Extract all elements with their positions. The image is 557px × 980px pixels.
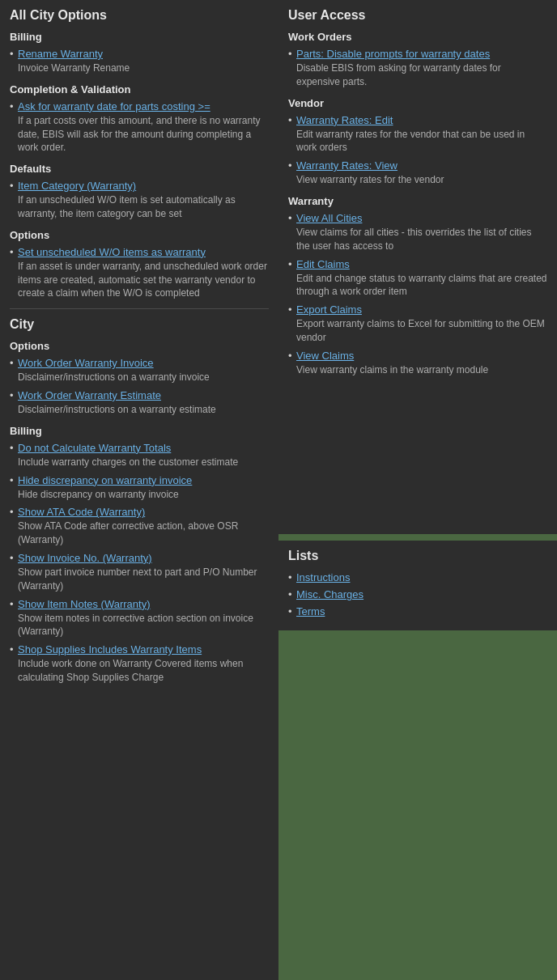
list-item: Show Invoice No. (Warranty) Show part in…	[10, 552, 269, 593]
left-panel-title: All City Options	[10, 8, 269, 23]
list-item: Shop Supplies Includes Warranty Items In…	[10, 643, 269, 685]
view-all-cities-link[interactable]: View All Cities	[296, 212, 547, 224]
list-item: Set unscheduled W/O items as warranty If…	[10, 246, 269, 300]
main-container: All City Options Billing Rename Warranty…	[0, 0, 557, 980]
warranty-date-desc: If a part costs over this amount, and th…	[18, 114, 269, 155]
set-unscheduled-link[interactable]: Set unscheduled W/O items as warranty	[18, 246, 269, 258]
list-item: Work Order Warranty Estimate Disclaimer/…	[10, 389, 269, 417]
defaults-header: Defaults	[10, 163, 269, 175]
warranty-rates-edit-desc: Edit warranty rates for the vendor that …	[296, 128, 547, 155]
instructions-link[interactable]: Instructions	[296, 571, 547, 583]
show-item-notes-desc: Show item notes in corrective action sec…	[18, 612, 269, 639]
rename-warranty-link[interactable]: Rename Warranty	[18, 48, 269, 60]
edit-claims-desc: Edit and change status to warranty claim…	[296, 272, 547, 299]
list-item: Item Category (Warranty) If an unschedul…	[10, 180, 269, 221]
list-item: Misc. Charges	[288, 588, 547, 600]
list-item: Rename Warranty Invoice Warranty Rename	[10, 48, 269, 75]
show-invoice-no-link[interactable]: Show Invoice No. (Warranty)	[18, 552, 269, 564]
item-category-link[interactable]: Item Category (Warranty)	[18, 180, 269, 192]
edit-claims-link[interactable]: Edit Claims	[296, 258, 547, 270]
hide-discrepancy-desc: Hide discrepancy on warranty invoice	[18, 488, 269, 502]
wo-warranty-invoice-link[interactable]: Work Order Warranty Invoice	[18, 357, 269, 369]
gap	[278, 534, 557, 541]
completion-header: Completion & Validation	[10, 83, 269, 95]
shop-supplies-link[interactable]: Shop Supplies Includes Warranty Items	[18, 643, 269, 655]
set-unscheduled-desc: If an asset is under warranty, and unsch…	[18, 260, 269, 300]
city-billing-header: Billing	[10, 425, 269, 437]
divider	[10, 308, 269, 309]
list-item: Export Claims Export warranty claims to …	[288, 303, 547, 345]
show-item-notes-link[interactable]: Show Item Notes (Warranty)	[18, 598, 269, 610]
view-claims-desc: View warranty claims in the warranty mod…	[296, 363, 547, 377]
right-panel: User Access Work Orders Parts: Disable p…	[278, 0, 557, 534]
list-item: Edit Claims Edit and change status to wa…	[288, 258, 547, 299]
view-claims-link[interactable]: View Claims	[296, 350, 547, 362]
misc-charges-link[interactable]: Misc. Charges	[296, 588, 547, 600]
list-item: Parts: Disable prompts for warranty date…	[288, 48, 547, 89]
left-panel: All City Options Billing Rename Warranty…	[0, 0, 278, 980]
view-all-cities-desc: View claims for all cities - this overri…	[296, 226, 547, 253]
lists-title: Lists	[288, 549, 547, 563]
vendor-header: Vendor	[288, 97, 547, 109]
rename-warranty-desc: Invoice Warranty Rename	[18, 62, 269, 75]
list-item: Warranty Rates: View View warranty rates…	[288, 159, 547, 187]
list-item: Terms	[288, 605, 547, 617]
parts-disable-desc: Disable EBIS from asking for warranty da…	[296, 62, 547, 89]
list-item: Warranty Rates: Edit Edit warranty rates…	[288, 114, 547, 155]
list-item: Ask for warranty date for parts costing …	[10, 100, 269, 155]
export-claims-desc: Export warranty claims to Excel for subm…	[296, 317, 547, 345]
wo-warranty-estimate-link[interactable]: Work Order Warranty Estimate	[18, 389, 269, 401]
show-invoice-no-desc: Show part invoice number next to part an…	[18, 566, 269, 593]
no-calc-warranty-desc: Include warranty charges on the customer…	[18, 456, 269, 469]
list-item: View Claims View warranty claims in the …	[288, 350, 547, 377]
parts-disable-link[interactable]: Parts: Disable prompts for warranty date…	[296, 48, 547, 60]
hide-discrepancy-link[interactable]: Hide discrepancy on warranty invoice	[18, 474, 269, 486]
export-claims-link[interactable]: Export Claims	[296, 303, 547, 316]
warranty-rates-edit-link[interactable]: Warranty Rates: Edit	[296, 114, 547, 126]
list-item: Do not Calculate Warranty Totals Include…	[10, 442, 269, 469]
city-options-header: Options	[10, 340, 269, 352]
warranty-date-link[interactable]: Ask for warranty date for parts costing …	[18, 100, 269, 112]
list-item: View All Cities View claims for all citi…	[288, 212, 547, 253]
show-ata-code-desc: Show ATA Code after corrective action, a…	[18, 520, 269, 547]
no-calc-warranty-link[interactable]: Do not Calculate Warranty Totals	[18, 442, 269, 454]
warranty-rates-view-desc: View warranty rates for the vendor	[296, 173, 547, 187]
terms-link[interactable]: Terms	[296, 605, 547, 617]
city-title: City	[10, 317, 269, 332]
list-item: Instructions	[288, 571, 547, 583]
right-side: User Access Work Orders Parts: Disable p…	[278, 0, 557, 630]
lists-section: Lists Instructions Misc. Charges Terms	[278, 541, 557, 630]
billing-header: Billing	[10, 31, 269, 43]
item-category-desc: If an unscheduled W/O item is set automa…	[18, 193, 269, 221]
list-item: Show Item Notes (Warranty) Show item not…	[10, 598, 269, 639]
warranty-rates-view-link[interactable]: Warranty Rates: View	[296, 159, 547, 172]
list-item: Work Order Warranty Invoice Disclaimer/i…	[10, 357, 269, 384]
options-header: Options	[10, 229, 269, 241]
list-item: Hide discrepancy on warranty invoice Hid…	[10, 474, 269, 502]
right-panel-title: User Access	[288, 8, 547, 23]
warranty-header: Warranty	[288, 195, 547, 207]
list-item: Show ATA Code (Warranty) Show ATA Code a…	[10, 506, 269, 547]
work-orders-header: Work Orders	[288, 31, 547, 43]
show-ata-code-link[interactable]: Show ATA Code (Warranty)	[18, 506, 269, 518]
wo-warranty-estimate-desc: Disclaimer/instructions on a warranty es…	[18, 403, 269, 417]
wo-warranty-invoice-desc: Disclaimer/instructions on a warranty in…	[18, 371, 269, 384]
shop-supplies-desc: Include work done on Warranty Covered it…	[18, 657, 269, 685]
